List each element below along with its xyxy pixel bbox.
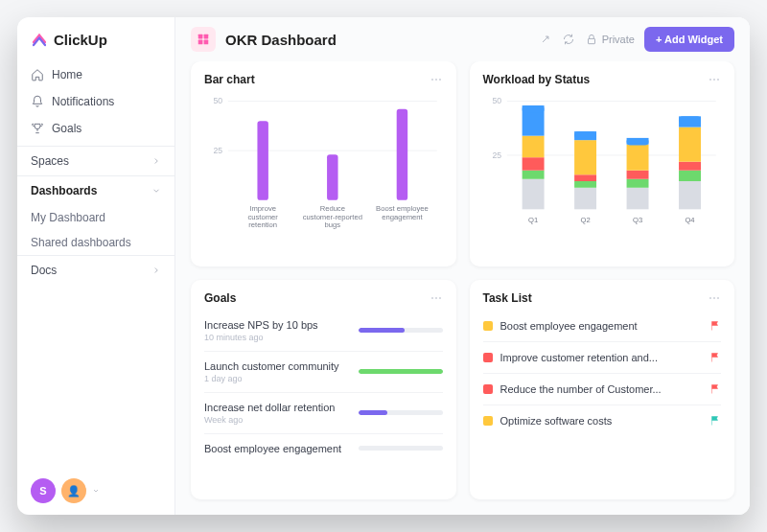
- workload-chart: 2550Q1Q2Q3Q4: [483, 92, 722, 229]
- trophy-icon: [31, 122, 44, 135]
- nav-goals[interactable]: Goals: [17, 115, 174, 142]
- goal-name: Boost employee engagement: [204, 443, 341, 454]
- nav-notifications-label: Notifications: [52, 95, 114, 108]
- avatar[interactable]: S: [31, 478, 56, 503]
- svg-text:Reduce: Reduce: [320, 204, 345, 213]
- svg-rect-26: [522, 157, 544, 171]
- goal-name: Increase NPS by 10 bps: [204, 319, 318, 331]
- card-task-list: Task List⋯ Boost employee engagementImpr…: [470, 280, 735, 499]
- dashboard-grid: Bar chart⋯ 2550ImprovecustomerretentionR…: [175, 61, 750, 515]
- nav-shared-dashboards[interactable]: Shared dashboards: [17, 230, 174, 255]
- task-name: Optimize software costs: [500, 415, 613, 427]
- dashboard-icon: [191, 27, 216, 52]
- task-row[interactable]: Optimize software costs: [483, 405, 722, 436]
- goal-row[interactable]: Increase net dollar retentionWeek ago: [204, 392, 443, 433]
- svg-rect-13: [327, 154, 337, 199]
- svg-rect-24: [522, 179, 544, 210]
- flag-icon: [709, 415, 721, 427]
- section-dashboards-label: Dashboards: [31, 184, 97, 197]
- nav-home[interactable]: Home: [17, 61, 174, 88]
- svg-rect-9: [257, 121, 267, 200]
- svg-rect-27: [522, 136, 544, 158]
- task-name: Reduce the number of Customer...: [500, 383, 662, 395]
- main-area: OKR Dashboard Private + Add Widget Bar c…: [175, 17, 750, 515]
- svg-text:customer: customer: [247, 213, 278, 221]
- svg-rect-25: [522, 171, 544, 179]
- avatar[interactable]: 👤: [61, 478, 86, 503]
- svg-rect-4: [588, 38, 594, 43]
- task-name: Boost employee engagement: [500, 320, 638, 332]
- svg-rect-38: [626, 188, 648, 210]
- svg-rect-32: [574, 181, 596, 188]
- svg-text:Q4: Q4: [685, 216, 695, 224]
- nav-my-dashboard[interactable]: My Dashboard: [17, 205, 174, 230]
- goal-progress: [359, 369, 443, 374]
- card-menu-icon[interactable]: ⋯: [430, 291, 443, 305]
- svg-rect-0: [198, 35, 203, 39]
- svg-rect-43: [626, 138, 648, 146]
- card-bar-chart: Bar chart⋯ 2550ImprovecustomerretentionR…: [191, 61, 456, 266]
- svg-text:bugs: bugs: [325, 220, 341, 229]
- lock-icon: [585, 33, 598, 46]
- nav-primary: Home Notifications Goals: [17, 58, 174, 146]
- svg-rect-40: [626, 171, 648, 179]
- section-docs[interactable]: Docs: [17, 255, 174, 285]
- goals-list: Increase NPS by 10 bps10 minutes agoLaun…: [204, 311, 443, 463]
- task-row[interactable]: Boost employee engagement: [483, 311, 722, 341]
- goal-row[interactable]: Launch customer community1 day ago: [204, 351, 443, 392]
- section-dashboards[interactable]: Dashboards: [17, 175, 174, 205]
- svg-rect-17: [397, 109, 407, 200]
- flag-icon: [709, 352, 721, 363]
- chevron-right-icon: [151, 266, 161, 275]
- card-menu-icon[interactable]: ⋯: [709, 291, 721, 305]
- nav-goals-label: Goals: [52, 122, 81, 135]
- section-docs-label: Docs: [31, 264, 57, 277]
- svg-rect-41: [626, 145, 648, 171]
- clickup-logo-icon: [31, 31, 48, 48]
- card-title: Task List: [483, 291, 532, 305]
- svg-rect-29: [522, 105, 544, 113]
- page-title: OKR Dashboard: [225, 32, 337, 48]
- goal-meta: 1 day ago: [204, 374, 339, 383]
- svg-rect-1: [204, 35, 209, 39]
- svg-text:50: 50: [492, 96, 501, 105]
- add-widget-button[interactable]: + Add Widget: [644, 27, 734, 52]
- card-menu-icon[interactable]: ⋯: [430, 73, 443, 86]
- refresh-icon[interactable]: [562, 33, 575, 46]
- task-list: Boost employee engagementImprove custome…: [483, 311, 722, 436]
- svg-rect-46: [679, 171, 701, 181]
- svg-text:25: 25: [492, 150, 501, 160]
- card-menu-icon[interactable]: ⋯: [709, 73, 721, 86]
- nav-home-label: Home: [52, 68, 82, 81]
- goal-meta: Week ago: [204, 415, 335, 425]
- card-workload: Workload by Status⋯ 2550Q1Q2Q3Q4: [470, 61, 735, 266]
- chevron-down-icon[interactable]: [92, 487, 100, 495]
- goal-name: Launch customer community: [204, 360, 339, 372]
- svg-rect-50: [679, 116, 701, 124]
- section-spaces-label: Spaces: [31, 154, 69, 168]
- svg-text:50: 50: [214, 96, 223, 105]
- privacy-label: Private: [602, 34, 635, 45]
- status-square-icon: [483, 321, 493, 331]
- svg-rect-31: [574, 188, 596, 210]
- brand-name: ClickUp: [54, 32, 107, 48]
- goal-row[interactable]: Increase NPS by 10 bps10 minutes ago: [204, 311, 443, 351]
- privacy-indicator[interactable]: Private: [585, 33, 635, 46]
- nav-notifications[interactable]: Notifications: [17, 88, 174, 115]
- svg-text:Boost employee: Boost employee: [376, 204, 429, 213]
- expand-icon[interactable]: [539, 33, 552, 46]
- task-row[interactable]: Improve customer retention and...: [483, 341, 722, 373]
- section-spaces[interactable]: Spaces: [17, 146, 174, 175]
- svg-rect-36: [574, 131, 596, 139]
- sidebar: ClickUp Home Notifications Goals Spaces …: [17, 17, 175, 515]
- svg-text:Improve: Improve: [249, 204, 276, 213]
- svg-text:Q1: Q1: [528, 216, 538, 224]
- task-name: Improve customer retention and...: [500, 352, 658, 363]
- svg-rect-2: [198, 40, 203, 45]
- task-row[interactable]: Reduce the number of Customer...: [483, 373, 722, 405]
- goal-row[interactable]: Boost employee engagement: [204, 433, 443, 463]
- svg-rect-47: [679, 162, 701, 171]
- app-window: ClickUp Home Notifications Goals Spaces …: [17, 17, 750, 515]
- card-title: Bar chart: [204, 73, 255, 86]
- brand-logo[interactable]: ClickUp: [17, 17, 174, 58]
